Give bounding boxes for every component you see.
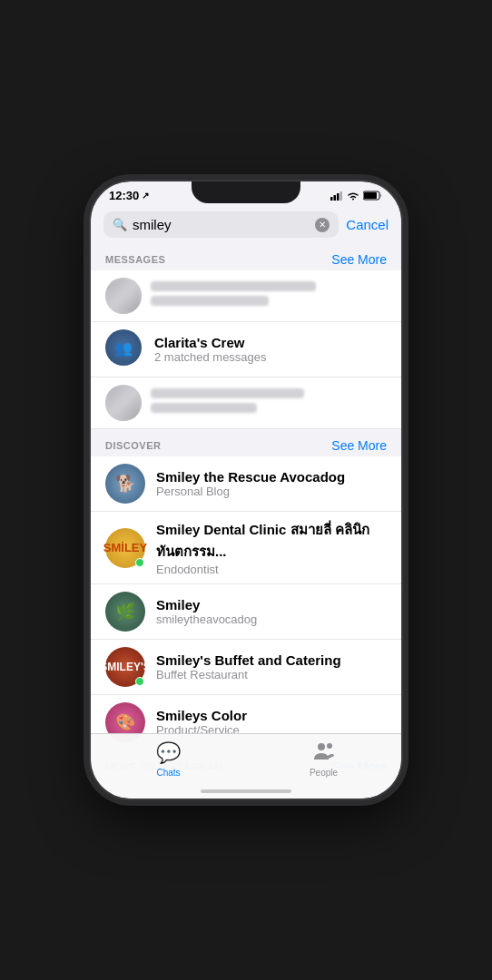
buffet-name: Smiley's Buffet and Catering xyxy=(156,652,387,668)
status-icons xyxy=(330,191,383,201)
svg-rect-5 xyxy=(364,192,377,199)
blurred-avatar-1 xyxy=(105,278,142,314)
svg-rect-2 xyxy=(337,193,339,201)
avocadog-sub: Personal Blog xyxy=(156,485,387,498)
cancel-button[interactable]: Cancel xyxy=(346,217,389,232)
svg-point-7 xyxy=(327,743,332,749)
claritas-crew-content: Clarita's Crew 2 matched messages xyxy=(154,335,387,364)
dental-item[interactable]: SMİLEY Smiley Dental Clinic สมายลี่ คลิน… xyxy=(91,512,401,584)
svg-rect-1 xyxy=(334,195,337,201)
claritas-crew-avatar: 👥 xyxy=(105,329,145,369)
buffet-sub: Buffet Restaurant xyxy=(156,668,387,681)
buffet-info: Smiley's Buffet and Catering Buffet Rest… xyxy=(156,652,387,681)
tab-chats[interactable]: 💬 Chats xyxy=(91,741,246,778)
home-indicator xyxy=(201,789,291,793)
buffet-online-dot xyxy=(135,677,144,686)
buffet-avatar: SMILEY'S xyxy=(105,647,145,687)
avocadog-avatar: 🐕 xyxy=(105,464,145,504)
claritas-crew-name: Clarita's Crew xyxy=(154,335,387,350)
people-icon xyxy=(313,741,335,765)
notch xyxy=(192,181,300,203)
avocadog-item[interactable]: 🐕 Smiley the Rescue Avocadog Personal Bl… xyxy=(91,456,401,512)
chats-icon: 💬 xyxy=(156,741,181,765)
wifi-icon xyxy=(347,191,359,201)
dental-name: Smiley Dental Clinic สมายลี่ คลินิกทันตก… xyxy=(156,519,387,563)
svg-rect-3 xyxy=(340,191,343,201)
blurred-text-1 xyxy=(151,281,387,310)
search-input-wrapper[interactable]: 🔍 smiley ✕ xyxy=(103,211,339,238)
blurred-avatar-2 xyxy=(105,385,142,421)
battery-icon xyxy=(363,191,383,201)
search-icon: 🔍 xyxy=(113,218,127,231)
blurred-message-row-2[interactable] xyxy=(91,377,401,429)
search-text: smiley xyxy=(133,217,310,232)
signal-icon xyxy=(330,191,343,201)
smileys-color-name: Smileys Color xyxy=(156,708,387,723)
chats-label: Chats xyxy=(156,768,180,778)
location-icon: ↗ xyxy=(142,191,149,201)
blurred-text-2 xyxy=(151,388,387,417)
messages-title: MESSAGES xyxy=(105,254,165,265)
status-time: 12:30 xyxy=(109,189,139,202)
scroll-content: MESSAGES See More 👥 Clarita's C xyxy=(91,243,401,769)
smiley-info: Smiley smileytheavocadog xyxy=(156,597,387,626)
dental-info: Smiley Dental Clinic สมายลี่ คลินิกทันตก… xyxy=(156,519,387,576)
phone-inner: 12:30 ↗ xyxy=(91,181,401,799)
discover-section-header: DISCOVER See More xyxy=(91,429,401,456)
dental-avatar: SMİLEY xyxy=(105,528,145,568)
blurred-message-row-1[interactable] xyxy=(91,270,401,322)
discover-title: DISCOVER xyxy=(105,440,161,451)
claritas-crew-sub: 2 matched messages xyxy=(154,350,387,364)
smiley-item[interactable]: 🌿 Smiley smileytheavocadog xyxy=(91,584,401,640)
smiley-name: Smiley xyxy=(156,597,387,612)
people-label: People xyxy=(310,768,338,778)
svg-point-6 xyxy=(318,743,325,750)
tab-people[interactable]: People xyxy=(246,741,401,778)
dental-sub: Endodontist xyxy=(156,563,387,576)
messages-see-more[interactable]: See More xyxy=(331,252,387,267)
phone-frame: 12:30 ↗ xyxy=(91,181,401,799)
discover-see-more[interactable]: See More xyxy=(331,438,387,453)
claritas-crew-item[interactable]: 👥 Clarita's Crew 2 matched messages xyxy=(91,322,401,377)
smiley-sub: smileytheavocadog xyxy=(156,612,387,626)
svg-rect-0 xyxy=(330,197,333,201)
messages-section-header: MESSAGES See More xyxy=(91,243,401,270)
avocadog-name: Smiley the Rescue Avocadog xyxy=(156,469,387,485)
search-bar: 🔍 smiley ✕ Cancel xyxy=(91,206,401,243)
clear-button[interactable]: ✕ xyxy=(315,218,330,232)
avocadog-info: Smiley the Rescue Avocadog Personal Blog xyxy=(156,469,387,498)
dental-online-dot xyxy=(135,558,144,567)
smiley-avatar: 🌿 xyxy=(105,592,145,632)
buffet-item[interactable]: SMILEY'S Smiley's Buffet and Catering Bu… xyxy=(91,640,401,695)
